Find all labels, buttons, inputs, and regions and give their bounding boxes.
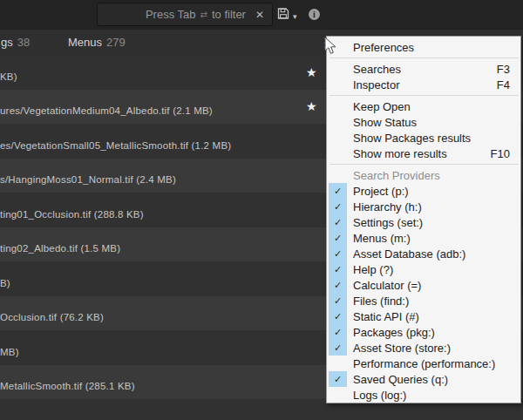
tab-settings[interactable]: gs 38 — [1, 30, 30, 55]
search-options-context-menu: PreferencesSearchesF3InspectorF4Keep Ope… — [326, 36, 521, 403]
menu-item-label: Asset Store (store:) — [353, 342, 451, 355]
menu-item-gutter — [329, 356, 347, 371]
menu-item-gutter — [329, 61, 347, 77]
menu-item-show-packages-results[interactable]: Show Packages results — [329, 130, 520, 146]
result-path-label: s/HangingMoss01_Normal.tif (2.4 MB) — [0, 174, 176, 193]
menu-item-files-find[interactable]: ✓Files (find:) — [329, 293, 520, 308]
menu-item-label: Show Status — [353, 116, 417, 129]
menu-item-help[interactable]: ✓Help (?) — [329, 261, 520, 277]
favorite-star-icon[interactable]: ★ — [306, 66, 317, 78]
checkmark-icon: ✓ — [329, 308, 347, 324]
result-path-label: es/VegetationSmall05_MetallicSmooth.tif … — [0, 140, 231, 159]
menu-item-saved-queries-q[interactable]: ✓Saved Queries (q:) — [329, 371, 520, 387]
menu-item-gutter — [329, 146, 347, 161]
menu-item-label: Saved Queries (q:) — [353, 373, 448, 386]
result-path-label: Occlusion.tif (76.2 KB) — [0, 312, 104, 330]
checkmark-icon: ✓ — [329, 371, 347, 387]
menu-item-calculator[interactable]: ✓Calculator (=) — [329, 277, 520, 293]
menu-item-shortcut: F4 — [497, 78, 520, 91]
checkmark-icon: ✓ — [329, 340, 347, 356]
menu-item-label: Hierarchy (h:) — [353, 200, 422, 213]
menu-item-logs-log[interactable]: Logs (log:) — [329, 387, 520, 403]
menu-item-asset-store-store[interactable]: ✓Asset Store (store:) — [329, 340, 520, 356]
menu-item-label: Static API (#) — [353, 310, 419, 323]
tab-label: gs — [1, 36, 13, 49]
menu-item-gutter — [329, 39, 347, 55]
menu-item-gutter — [329, 77, 347, 92]
menu-item-label: Show Packages results — [353, 132, 471, 145]
menu-item-inspector[interactable]: InspectorF4 — [329, 77, 520, 92]
menu-item-menus-m[interactable]: ✓Menus (m:) — [329, 230, 520, 246]
menu-item-shortcut: F3 — [497, 63, 520, 76]
menu-item-shortcut: F10 — [491, 147, 520, 160]
menu-item-label: Files (find:) — [353, 295, 409, 308]
menu-item-label: Show more results — [353, 147, 447, 160]
menu-item-label: Searches — [353, 63, 401, 76]
menu-item-gutter — [329, 387, 347, 403]
result-path-label: MB) — [0, 347, 19, 365]
save-icon — [277, 7, 289, 24]
tab-menus[interactable]: Menus 279 — [68, 30, 126, 55]
checkmark-icon: ✓ — [329, 246, 347, 261]
menu-item-label: Performance (performance:) — [353, 357, 495, 370]
menu-item-keep-open[interactable]: Keep Open — [329, 98, 520, 114]
menu-item-show-status[interactable]: Show Status — [329, 114, 520, 130]
search-placeholder-suffix: to filter — [212, 8, 246, 21]
menu-separator — [329, 58, 519, 58]
menu-item-static-api[interactable]: ✓Static API (#) — [329, 308, 520, 324]
menu-item-label: Asset Database (adb:) — [353, 247, 465, 261]
search-input[interactable]: Press Tab ⇄ to filter ✕ — [97, 3, 273, 26]
info-icon[interactable]: i — [309, 9, 320, 20]
menu-item-gutter — [329, 130, 347, 146]
menu-item-label: Logs (log:) — [353, 389, 406, 402]
checkmark-icon: ✓ — [329, 183, 347, 199]
menu-separator — [329, 95, 519, 96]
result-path-label: MetallicSmooth.tif (285.1 KB) — [0, 381, 135, 399]
favorite-star-icon[interactable]: ★ — [306, 100, 317, 112]
checkmark-icon: ✓ — [329, 199, 347, 214]
menu-item-label: Preferences — [353, 41, 414, 54]
result-path-label: ting02_Albedo.tif (1.5 MB) — [0, 243, 120, 261]
menu-item-label: Project (p:) — [353, 185, 409, 198]
menu-item-label: Packages (pkg:) — [353, 326, 435, 339]
checkmark-icon: ✓ — [329, 293, 347, 308]
result-path-label: KB) — [0, 71, 17, 90]
checkmark-icon: ✓ — [329, 261, 347, 277]
menu-item-label: Calculator (=) — [353, 279, 421, 292]
checkmark-icon: ✓ — [329, 277, 347, 293]
menu-separator — [329, 164, 519, 165]
result-path-label: ting01_Occlusion.tif (288.8 KB) — [0, 209, 144, 227]
menu-item-preferences[interactable]: Preferences — [329, 39, 520, 55]
checkmark-icon: ✓ — [329, 324, 347, 340]
menu-item-label: Menus (m:) — [353, 232, 411, 245]
menu-item-gutter — [329, 114, 347, 130]
menu-item-settings-set[interactable]: ✓Settings (set:) — [329, 214, 520, 230]
menu-item-label: Keep Open — [353, 100, 411, 113]
save-dropdown-caret-icon[interactable]: ▾ — [293, 12, 297, 21]
save-search-button[interactable]: ▾ — [277, 7, 297, 24]
menu-item-label: Inspector — [353, 78, 399, 91]
menu-section-header: Search Providers — [329, 167, 520, 183]
clear-search-icon[interactable]: ✕ — [255, 9, 264, 21]
top-search-bar: Press Tab ⇄ to filter ✕ ▾ i — [0, 0, 523, 30]
menu-item-show-more-results[interactable]: Show more resultsF10 — [329, 146, 520, 161]
menu-item-searches[interactable]: SearchesF3 — [329, 61, 520, 77]
tab-count: 38 — [17, 36, 30, 49]
search-placeholder-prefix: Press Tab — [146, 8, 196, 21]
result-path-label: B) — [0, 278, 10, 296]
menu-item-label: Help (?) — [353, 263, 393, 276]
menu-item-asset-database-adb[interactable]: ✓Asset Database (adb:) — [329, 246, 520, 261]
tab-key-icon: ⇄ — [200, 10, 207, 19]
menu-item-packages-pkg[interactable]: ✓Packages (pkg:) — [329, 324, 520, 340]
checkmark-icon: ✓ — [329, 230, 347, 246]
menu-item-project-p[interactable]: ✓Project (p:) — [329, 183, 520, 199]
result-path-label: ures/VegetationMedium04_Albedo.tif (2.1 … — [0, 105, 213, 124]
tab-count: 279 — [106, 36, 126, 49]
menu-item-label: Settings (set:) — [353, 216, 423, 229]
tab-label: Menus — [68, 36, 102, 49]
menu-item-hierarchy-h[interactable]: ✓Hierarchy (h:) — [329, 199, 520, 214]
menu-item-gutter — [329, 98, 347, 114]
checkmark-icon: ✓ — [329, 214, 347, 230]
menu-item-performance-performance[interactable]: Performance (performance:) — [329, 356, 520, 371]
